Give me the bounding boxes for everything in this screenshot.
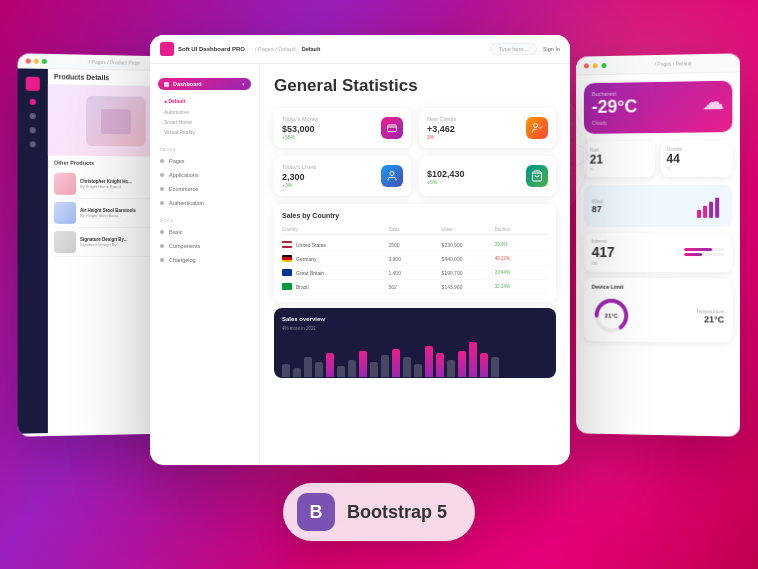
weather-temp: -29°C [592, 96, 638, 118]
left-nav-dot-2 [30, 113, 36, 119]
sidebar-item-auth[interactable]: Authentication [150, 196, 259, 210]
country-gb: Great Britain [296, 270, 388, 276]
chart-bar [304, 357, 312, 377]
value-gb: $190,700 [442, 270, 495, 276]
weather-condition: Cloudy [592, 119, 638, 126]
sidebar-item-smarthome[interactable]: Smart Home [158, 117, 251, 127]
sidebar-dot [160, 159, 164, 163]
sidebar-changelog-label: Changelog [169, 257, 196, 263]
stat-change-revenue: +5% [427, 179, 465, 185]
chart-bar [370, 362, 378, 377]
col-header-value: Value [442, 227, 495, 232]
sidebar-ecommerce-label: Ecommerce [169, 186, 198, 192]
sales-us: 2500 [388, 242, 441, 248]
device-stats-row: 21°C Temperature 21°C [592, 295, 725, 336]
chart-bar [436, 353, 444, 377]
stat-label-money: Today's Money [282, 116, 319, 122]
device-title: Device Limit [592, 284, 725, 291]
svg-point-1 [534, 124, 538, 128]
flag-de [282, 255, 292, 262]
svg-rect-25 [715, 198, 719, 218]
sales-table-title: Sales by Country [282, 212, 548, 219]
chart-bar [469, 342, 477, 377]
sales-chart: Sales overview 4% more in 2021 [274, 308, 556, 378]
dot-yellow-r [593, 63, 598, 68]
stat-value-clients: +3,462 [427, 124, 456, 134]
device-temp-label: Temperature [696, 308, 724, 314]
stat-mini-rain: Rain 21 % [584, 141, 655, 178]
device-temp-center: 21°C [605, 312, 618, 318]
sign-in-link[interactable]: Sign In [543, 46, 560, 52]
chart-bar [392, 349, 400, 377]
country-br: Brazil [296, 284, 388, 290]
stat-icon-clients [526, 117, 548, 139]
sidebar-auth-label: Authentication [169, 200, 204, 206]
product-thumb-3 [54, 231, 76, 253]
table-row: United States 2500 $230,900 29.9% [282, 238, 548, 252]
stat-value-money: $53,000 [282, 124, 319, 134]
sales-gb: 1,400 [388, 270, 441, 276]
search-input[interactable]: Type here... [490, 43, 537, 55]
chart-bar [326, 353, 334, 377]
stat-card-revenue: $102,430 +5% [419, 156, 556, 196]
dot-green-r [602, 63, 607, 68]
sidebar-item-pages[interactable]: Pages [150, 154, 259, 168]
outside-unit: °C [666, 165, 726, 171]
sidebar-item-default[interactable]: ● Default [158, 96, 251, 106]
sidebar-dot [160, 201, 164, 205]
value-us: $230,900 [442, 242, 495, 248]
dashboard-sidebar: Dashboard ▾ ● Default Automotive Smart H… [150, 64, 260, 464]
left-nav-logo [26, 77, 40, 91]
bounce-gb: 23.44% [495, 270, 548, 275]
internet-unit: GB [592, 261, 615, 266]
bounce-br: 32.14% [495, 284, 548, 289]
rain-unit: % [590, 166, 649, 171]
table-row: Brazil 562 $143,960 32.14% [282, 280, 548, 294]
sidebar-item-basic[interactable]: Basic [150, 225, 259, 239]
dashboard-logo: Soft UI Dashboard PRO [160, 42, 245, 56]
sidebar-item-automotive[interactable]: Automotive [158, 107, 251, 117]
chart-bar [414, 364, 422, 377]
svg-rect-0 [388, 125, 397, 132]
col-header-bounce: Bounce [495, 227, 548, 232]
stat-change-users: +3% [282, 182, 316, 188]
chart-subtitle: 4% more in 2021 [282, 326, 548, 331]
weather-card: Bucharest -29°C Cloudy ☁ [584, 81, 732, 134]
page-subtitle: Default [302, 46, 321, 52]
sidebar-dot [160, 173, 164, 177]
stat-value-users: 2,300 [282, 172, 316, 182]
sidebar-section-pages: PAGES [150, 143, 259, 154]
weather-icon: ☁ [702, 89, 724, 116]
table-row: Great Britain 1,400 $190,700 23.44% [282, 266, 548, 280]
sidebar-components-label: Components [169, 243, 200, 249]
value-br: $143,960 [442, 284, 495, 290]
sidebar-item-applications[interactable]: Applications [150, 168, 259, 182]
dot-yellow [34, 58, 39, 63]
left-nav-dot-1 [30, 99, 36, 105]
sidebar-section-docs: DOCS [150, 214, 259, 225]
chart-bar [403, 357, 411, 377]
wind-value: 87 [592, 204, 603, 214]
sidebar-pages-label: Pages [169, 158, 185, 164]
sidebar-apps-label: Applications [169, 172, 199, 178]
wind-card: Wind 87 [584, 185, 732, 228]
bounce-us: 29.9% [495, 242, 548, 247]
sidebar-item-changelog[interactable]: Changelog [150, 253, 259, 267]
chart-bar [447, 360, 455, 378]
chevron-down-icon: ▾ [242, 81, 245, 87]
chart-bar [381, 355, 389, 377]
col-header-sales: Sales [388, 227, 441, 232]
sidebar-dot [160, 230, 164, 234]
sidebar-item-ecommerce[interactable]: Ecommerce [150, 182, 259, 196]
bootstrap-badge: B Bootstrap 5 [283, 483, 475, 541]
product-thumb-2 [54, 202, 76, 224]
chart-bar [293, 368, 301, 377]
logo-icon [160, 42, 174, 56]
svg-rect-24 [709, 202, 713, 218]
sidebar-item-components[interactable]: Components [150, 239, 259, 253]
stat-card-money: Today's Money $53,000 +55% [274, 108, 411, 148]
sidebar-dot [160, 244, 164, 248]
col-header-country: Country [282, 227, 388, 232]
country-us: United States [296, 242, 388, 248]
sidebar-item-vr[interactable]: Virtual Reality [158, 127, 251, 137]
